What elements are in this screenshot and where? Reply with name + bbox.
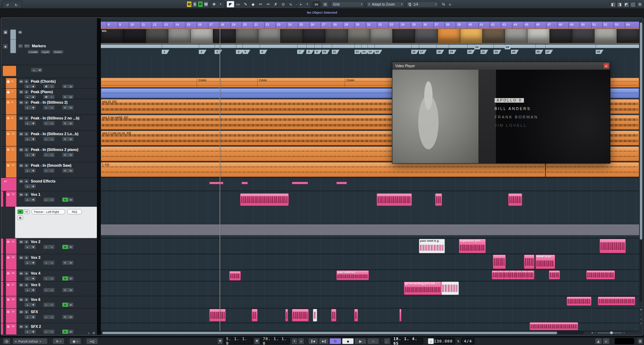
marker-flag-13[interactable]: 13 xyxy=(361,50,366,54)
add-marker-button[interactable]: T+ xyxy=(18,44,23,48)
marker-flag-7[interactable]: 7 xyxy=(297,50,302,54)
edit-channel-icon[interactable]: ℮ xyxy=(43,245,49,249)
track-solo-button[interactable]: s xyxy=(24,90,29,94)
stereo-icon[interactable]: ∞ xyxy=(49,105,55,110)
track-mute-button[interactable]: m xyxy=(19,90,24,94)
ruler-bar-53[interactable]: 53 xyxy=(614,22,618,29)
ruler-bar-47[interactable]: 47 xyxy=(546,22,551,29)
drum-map-icon[interactable]: ▦ xyxy=(43,95,49,99)
track-mute-button[interactable]: m xyxy=(19,79,24,84)
ruler-bar-30[interactable]: 30 xyxy=(354,22,359,29)
write-automation-button[interactable]: W xyxy=(68,330,74,334)
read-write-buttons[interactable]: RW xyxy=(62,197,74,202)
write-automation-button[interactable]: W xyxy=(68,137,74,141)
ruler-bar-41[interactable]: 41 xyxy=(478,22,483,29)
monitor-icon[interactable]: ◀ xyxy=(30,153,36,157)
marker-flag-15[interactable]: 15 xyxy=(374,50,380,54)
track-solo-button[interactable]: s xyxy=(24,271,29,276)
lane-write-button[interactable]: W xyxy=(24,209,29,214)
audio-clip[interactable] xyxy=(209,309,226,322)
grid-type-dropdown[interactable]: Grid▾ xyxy=(331,1,364,7)
track-row-sfx[interactable]: ≋19msSFX●◀℮∞RW xyxy=(1,308,97,323)
record-monitor-buttons[interactable]: ●◀ xyxy=(24,84,36,88)
drum-channel-buttons[interactable]: ▦1 xyxy=(43,95,55,99)
track-row-sfx-2[interactable]: ≋20msSFX 2●◀℮∞RW xyxy=(1,323,97,334)
track-solo-button[interactable]: s xyxy=(24,100,29,105)
write-automation-button[interactable]: W xyxy=(68,315,74,319)
ruler-bar-24[interactable]: 24 xyxy=(287,22,292,29)
marker-flag-23[interactable]: 23 xyxy=(493,50,499,54)
edit-stereo-buttons[interactable]: ℮∞ xyxy=(43,260,55,265)
edit-channel-icon[interactable]: ℮ xyxy=(43,315,49,319)
iterative-quantize-icon[interactable]: % xyxy=(440,1,447,7)
read-write-buttons[interactable]: RW xyxy=(62,105,74,110)
right-locator-value[interactable]: 70. 1. 1. 0 xyxy=(260,338,290,344)
automation-w-button[interactable]: W xyxy=(203,1,209,7)
video-track-row[interactable]: ▣ m xyxy=(1,28,97,37)
ruler-bar-25[interactable]: 25 xyxy=(298,22,303,29)
ruler-bar-36[interactable]: 36 xyxy=(422,22,427,29)
monitor-icon[interactable]: ◀ xyxy=(30,137,36,141)
tempo-value[interactable]: 130.000 xyxy=(435,338,455,344)
write-automation-button[interactable]: W xyxy=(68,198,74,202)
track-solo-button[interactable]: s xyxy=(24,116,29,120)
marker-flag-5[interactable]: 5 xyxy=(243,50,248,54)
write-automation-button[interactable]: W xyxy=(68,261,74,265)
comp-tool[interactable]: ∿ xyxy=(287,1,294,7)
record-monitor-buttons[interactable]: ●◀ xyxy=(24,302,36,307)
track-row-peak-in-stillness-2-no-b-[interactable]: ≋9msPeak - In (Stillness 2 no ...b)●◀℮∞R… xyxy=(1,115,97,130)
read-automation-button[interactable]: R xyxy=(62,168,68,173)
edit-stereo-buttons[interactable]: ℮∞ xyxy=(43,137,55,142)
track-solo-button[interactable]: s xyxy=(24,324,29,329)
track-mute-button[interactable]: m xyxy=(19,163,24,168)
monitor-icon[interactable]: ◀ xyxy=(30,84,36,88)
record-monitor-buttons[interactable]: ●◀ xyxy=(24,329,36,334)
metronome-icon[interactable]: ◭ xyxy=(595,338,602,344)
track-solo-button[interactable]: s xyxy=(24,310,29,314)
toolbar-setup-gear-icon[interactable]: ⚙ xyxy=(637,1,643,7)
record-icon[interactable]: ● xyxy=(24,330,30,334)
track-mute-button[interactable]: m xyxy=(19,240,24,244)
audio-clip[interactable] xyxy=(399,309,401,322)
audio-clip[interactable] xyxy=(493,255,506,269)
ruler-bar-37[interactable]: 37 xyxy=(433,22,438,29)
ruler-bar-20[interactable]: 20 xyxy=(241,22,246,29)
audio-clip[interactable]: your orbit is ( xyxy=(336,270,369,280)
split-tool[interactable]: ✂ xyxy=(257,1,264,7)
go-to-end-button[interactable]: ▶ xyxy=(319,338,329,344)
stereo-icon[interactable]: ∞ xyxy=(49,315,55,319)
track-row-vox-3[interactable]: ≋15msVox 3●◀℮∞RW xyxy=(1,254,97,270)
audio-clip[interactable] xyxy=(285,309,288,322)
ruler-bar-14[interactable]: 14 xyxy=(174,22,179,29)
ruler-bar-32[interactable]: 32 xyxy=(377,22,382,29)
audio-clip[interactable] xyxy=(354,309,358,322)
record-icon[interactable]: ● xyxy=(24,245,30,249)
record-monitor-buttons[interactable]: ●◀ xyxy=(24,244,36,249)
marker-flag-11[interactable]: 11 xyxy=(332,50,337,54)
track-solo-button[interactable]: s xyxy=(24,79,29,84)
write-automation-button[interactable]: W xyxy=(68,153,74,157)
time-signature-value[interactable]: 4/4 xyxy=(461,338,475,344)
marker-flag-2[interactable]: 2 xyxy=(199,50,204,54)
read-automation-button[interactable]: R xyxy=(62,330,68,334)
punch-out-icon[interactable]: ▲ xyxy=(298,338,304,344)
marker-flag-16[interactable]: 16 xyxy=(411,50,416,54)
audio-clip[interactable] xyxy=(313,309,317,322)
time-format-icon[interactable]: ♩ xyxy=(384,338,390,344)
ruler-bar-19[interactable]: 19 xyxy=(230,22,235,29)
track-solo-button[interactable]: s xyxy=(24,240,29,244)
tempo-spinner[interactable]: ⇅ xyxy=(456,338,461,344)
marker-flag-29[interactable]: 29 xyxy=(596,50,601,54)
ruler-bar-13[interactable]: 13 xyxy=(163,22,168,29)
track-row-peak-chords-[interactable]: ◉6msPeak (Chords)●◀▦1RW xyxy=(1,78,97,88)
lane-grid-button[interactable]: ▦ xyxy=(18,215,23,220)
track-mute-button[interactable]: m xyxy=(19,271,24,276)
monitor-icon[interactable]: ◀ xyxy=(30,184,36,188)
record-icon[interactable]: ● xyxy=(24,95,30,99)
read-write-buttons[interactable]: RW xyxy=(62,95,74,99)
automation-m-button[interactable]: M xyxy=(187,1,192,7)
marker-flag-14[interactable]: 14 xyxy=(368,50,373,54)
track-row-vox-5[interactable]: ≋17msVox 5●◀℮∞RW xyxy=(1,281,97,296)
edit-stereo-buttons[interactable]: ℮∞ xyxy=(43,197,55,202)
monitor-icon[interactable]: ◀ xyxy=(30,315,36,319)
